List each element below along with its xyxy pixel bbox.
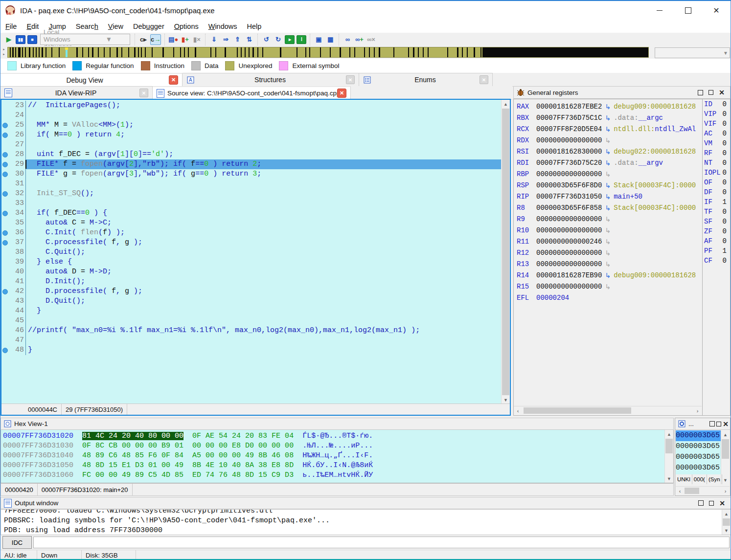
breakpoint-dot[interactable] <box>1 287 9 296</box>
search-stop-icon[interactable]: ∞× <box>366 35 376 45</box>
close-icon[interactable]: ✕ <box>480 75 488 84</box>
pause-process-icon[interactable]: ▮▮ <box>16 35 25 44</box>
hex-selection[interactable]: 81 4C 24 20 40 80 00 00 <box>82 432 183 440</box>
source-line-24[interactable]: 24 <box>1 111 501 120</box>
stack-row[interactable]: 0000003D65 <box>676 463 721 473</box>
register-value[interactable]: 00007FF8F20D5E04 <box>536 124 602 135</box>
debugger-select[interactable]: Local Windows debugger▼ <box>40 34 130 45</box>
register-value[interactable]: 00000204 <box>536 292 569 304</box>
register-value[interactable]: 0000000000000000 <box>536 214 602 225</box>
source-vertical-scrollbar[interactable]: ▲ ▼ <box>501 100 510 404</box>
register-row-r10[interactable]: R100000000000000000↳ <box>515 225 703 236</box>
flag-of[interactable]: OF0 <box>703 178 728 187</box>
register-row-efl[interactable]: EFL00000204 <box>515 292 703 304</box>
run-until-return-icon[interactable]: ⇑ <box>232 35 242 45</box>
add-breakpoint-icon[interactable]: ▮+ <box>180 35 190 45</box>
scroll-down-icon[interactable]: ▼ <box>665 474 673 483</box>
gutter[interactable] <box>1 267 9 277</box>
gutter[interactable] <box>1 247 9 257</box>
mini-vertical-scrollbar[interactable]: ▲ ▼ <box>721 430 730 484</box>
start-appcall-icon[interactable]: ▸ <box>285 35 295 44</box>
register-row-rax[interactable]: RAX000001816287EBE2↳debug009:00000181628 <box>515 101 703 112</box>
source-line-32[interactable]: 32 Init_ST_SQ(); <box>1 189 501 199</box>
hex-row[interactable]: 00007FF736D31050 48 8D 15 E1 D3 01 00 49… <box>3 461 663 470</box>
flag-zf[interactable]: ZF0 <box>703 226 728 236</box>
hex-row[interactable]: 00007FF736D31060 FC 00 00 49 89 C5 4D 85… <box>3 470 663 480</box>
scroll-left-icon[interactable]: ‹ <box>676 487 684 495</box>
source-line-43[interactable]: 43 D.Quit(); <box>1 296 501 306</box>
hex-dump[interactable]: 00007FF736D31020 81 4C 24 20 40 80 00 00… <box>3 431 663 483</box>
breakpoint-dot[interactable] <box>1 228 9 238</box>
flag-rf[interactable]: RF0 <box>703 148 728 158</box>
breakpoint-dot[interactable] <box>1 159 9 169</box>
gutter[interactable] <box>1 140 9 150</box>
gutter[interactable] <box>1 306 9 316</box>
scrollbar-thumb[interactable] <box>524 407 631 414</box>
register-value[interactable]: 0000000000000000 <box>536 135 602 146</box>
output-log[interactable]: 7FF8EEE70000: loaded C:\Windows\System32… <box>0 509 731 535</box>
scroll-right-icon[interactable]: › <box>693 406 702 415</box>
register-row-r9[interactable]: R90000000000000000↳ <box>515 214 703 225</box>
breakpoint-dot[interactable] <box>1 130 9 140</box>
scrollbar-thumb[interactable] <box>665 439 673 453</box>
register-list[interactable]: RAX000001816287EBE2↳debug009:00000181628… <box>515 101 703 405</box>
register-value[interactable]: 0000000000000246 <box>536 236 602 247</box>
minimize-button[interactable] <box>645 1 674 20</box>
stop-process-icon[interactable]: ■ <box>27 35 37 44</box>
window-list-icon[interactable]: ▦ <box>325 35 335 45</box>
source-line-30[interactable]: 30 FILE* g = fopen(argv[3],"wb"); if( g=… <box>1 169 501 179</box>
register-row-rsp[interactable]: RSP0000003D65F6F8D0↳Stack[00003F4C]:0000 <box>515 180 703 191</box>
gutter[interactable] <box>1 326 9 336</box>
maximize-button[interactable] <box>674 1 702 20</box>
hex-bytes[interactable]: ED 74 76 48 8D 15 C9 D3 <box>192 471 302 479</box>
flags-column[interactable]: ID0VIP0VIF0AC0VM0RF0NT0IOPL0OF0DF0IF1TF0… <box>702 99 728 415</box>
source-line-40[interactable]: 40 auto& D = M->D; <box>1 267 501 277</box>
register-row-r14[interactable]: R14000001816287EB90↳debug009:00000181628 <box>515 270 703 281</box>
open-window-icon[interactable]: ▣ <box>314 35 323 45</box>
register-row-r13[interactable]: R130000000000000000↳ <box>515 259 703 270</box>
flag-df[interactable]: DF0 <box>703 187 728 197</box>
close-button[interactable]: ✕ <box>702 1 731 20</box>
register-value[interactable]: 0000003D65F6F858 <box>536 202 602 214</box>
register-row-rbp[interactable]: RBP0000000000000000↳ <box>515 169 703 180</box>
hex-bytes[interactable]: 0F AE 54 24 20 83 FE 04 <box>192 432 302 440</box>
register-row-r11[interactable]: R110000000000000246↳ <box>515 236 703 247</box>
register-row-rdi[interactable]: RDI00007FF736D75C20↳.data:__argv <box>515 157 703 169</box>
continue-process-icon[interactable]: ▶ <box>4 35 14 45</box>
gutter[interactable] <box>1 199 9 208</box>
close-panel-button[interactable]: ✕ <box>717 499 728 508</box>
hex-bytes[interactable]: 8B 4E 10 40 8A 38 E8 8D <box>192 461 302 470</box>
hex-bytes[interactable]: A5 00 00 00 49 8B 46 08 <box>192 451 302 460</box>
source-line-45[interactable]: 45 <box>1 316 501 326</box>
source-line-36[interactable]: 36 C.Init( flen(f) ); <box>1 228 501 238</box>
scroll-left-icon[interactable]: ‹ <box>514 406 522 415</box>
scroll-up-icon[interactable]: ▲ <box>721 430 730 439</box>
gutter[interactable] <box>1 296 9 306</box>
gutter[interactable] <box>1 316 9 326</box>
flag-af[interactable]: AF0 <box>703 236 728 246</box>
source-line-48[interactable]: 48} <box>1 345 501 355</box>
tab-structures[interactable]: A Structures ✕ <box>183 73 359 86</box>
close-panel-button[interactable]: ✕ <box>716 88 727 97</box>
source-line-35[interactable]: 35 auto& C = M->C; <box>1 218 501 228</box>
source-line-28[interactable]: 28 uint f_DEC = (argv[1][0]=='d'); <box>1 150 501 159</box>
register-value[interactable]: 0000000000000000 <box>536 259 602 270</box>
navigation-band[interactable] <box>7 47 649 58</box>
flag-ac[interactable]: AC0 <box>703 129 728 138</box>
stack-row[interactable]: 0000003D65 <box>676 452 721 463</box>
edit-segment-icon[interactable]: I <box>297 35 306 44</box>
menu-file[interactable]: File <box>0 22 22 30</box>
source-line-26[interactable]: 26 if( M==0 ) return 4; <box>1 130 501 140</box>
flag-id[interactable]: ID0 <box>703 99 728 109</box>
mini-horizontal-scrollbar[interactable]: ‹ › <box>676 486 730 495</box>
redo-jump-icon[interactable]: ↻ <box>273 35 283 45</box>
hex-row[interactable]: 00007FF736D31040 48 89 C6 48 85 F6 0F 84… <box>3 451 663 461</box>
register-row-rsi[interactable]: RSI0000018162830000↳debug022:00000181628 <box>515 146 703 157</box>
scroll-down-icon[interactable]: ▼ <box>721 476 730 484</box>
maximize-panel-button[interactable] <box>695 499 706 508</box>
flag-vif[interactable]: VIF0 <box>703 119 728 129</box>
register-value[interactable]: 0000003D65F6F8D0 <box>536 180 602 191</box>
restore-panel-button[interactable] <box>715 420 722 428</box>
gutter[interactable] <box>1 218 9 228</box>
hex-bytes[interactable]: 0F 8C CB 00 00 00 B9 01 <box>82 442 183 450</box>
